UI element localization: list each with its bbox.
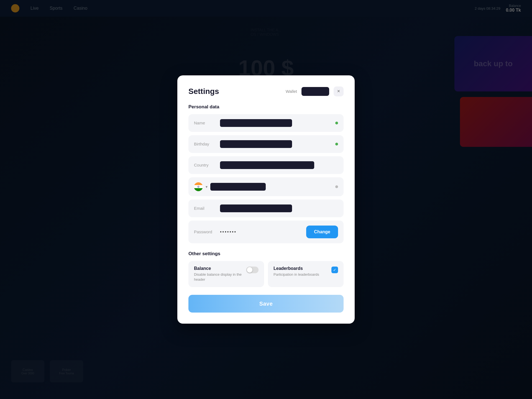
email-field-row: Email [188, 200, 344, 217]
birthday-label: Birthday [194, 142, 216, 146]
email-value-hidden [220, 204, 292, 212]
phone-country-dropdown[interactable]: ▾ [206, 185, 208, 189]
balance-card-desc: Disable balance display in the header [194, 272, 244, 282]
country-value-hidden [220, 161, 314, 169]
other-settings-grid: Balance Disable balance display in the h… [188, 261, 344, 287]
name-status-dot [335, 122, 338, 124]
email-label: Email [194, 206, 216, 211]
phone-field-row: ▾ [188, 177, 344, 196]
balance-toggle[interactable] [246, 267, 259, 273]
leaderboards-card-desc: Participation in leaderboards [273, 272, 319, 277]
balance-setting-card: Balance Disable balance display in the h… [188, 261, 264, 287]
leaderboards-checkbox[interactable]: ✓ [331, 267, 338, 273]
balance-toggle-thumb [247, 267, 252, 273]
change-password-button[interactable]: Change [306, 226, 338, 238]
personal-data-title: Personal data [188, 104, 344, 110]
leaderboards-card-text: Leaderboards Participation in leaderboar… [273, 266, 319, 277]
password-label: Password [194, 229, 216, 234]
phone-value-hidden [210, 183, 266, 191]
leaderboards-card-title: Leaderboards [273, 266, 319, 271]
save-button[interactable]: Save [188, 295, 344, 313]
birthday-field-row: Birthday [188, 135, 344, 153]
india-flag-icon [194, 182, 203, 191]
birthday-value-hidden [220, 140, 292, 148]
balance-card-title: Balance [194, 266, 244, 271]
settings-modal: Settings Wallet × Personal data Name Bir… [177, 75, 355, 324]
name-label: Name [194, 121, 216, 125]
password-dots: ••••••• [220, 229, 302, 234]
modal-backdrop: Settings Wallet × Personal data Name Bir… [0, 0, 532, 399]
name-field-row: Name [188, 114, 344, 132]
modal-header: Settings Wallet × [188, 86, 344, 96]
wallet-label: Wallet [286, 89, 297, 94]
birthday-status-dot [335, 143, 338, 145]
other-settings-title: Other settings [188, 251, 344, 257]
phone-status-dot [335, 185, 338, 188]
close-button[interactable]: × [334, 86, 344, 96]
balance-card-text: Balance Disable balance display in the h… [194, 266, 244, 282]
password-field-row: Password ••••••• Change [188, 221, 344, 243]
country-label: Country [194, 163, 216, 167]
country-field-row: Country [188, 156, 344, 174]
modal-title: Settings [188, 87, 219, 96]
form-fields: Name Birthday Country [188, 114, 344, 243]
name-value-hidden [220, 119, 292, 127]
leaderboards-setting-card: Leaderboards Participation in leaderboar… [268, 261, 344, 287]
wallet-value [301, 87, 329, 96]
modal-header-right: Wallet × [286, 86, 344, 96]
